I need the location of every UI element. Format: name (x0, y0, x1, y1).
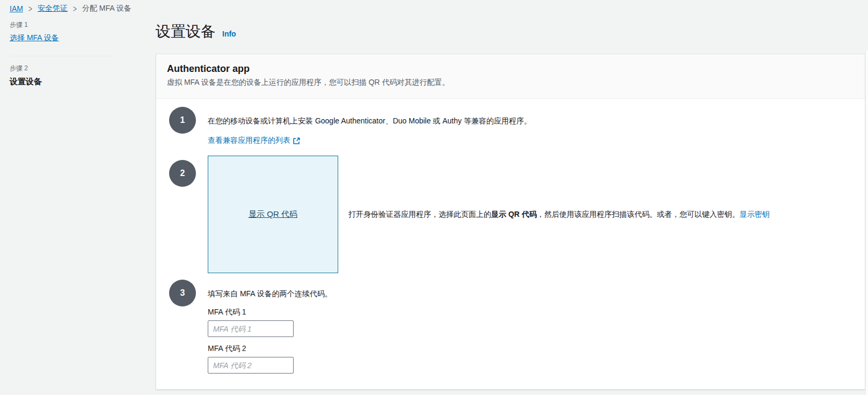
breadcrumb: IAM > 安全凭证 > 分配 MFA 设备 (10, 4, 132, 13)
sidebar-item-choose-mfa-device[interactable]: 选择 MFA 设备 (10, 33, 59, 42)
sidebar-item-setup-device: 设置设备 (10, 77, 114, 87)
step-3-instruction: 填写来自 MFA 设备的两个连续代码。 (208, 289, 332, 299)
compatible-apps-link[interactable]: 查看兼容应用程序的列表 (208, 136, 300, 145)
card-title: Authenticator app (167, 63, 854, 75)
step2-label: 步骤 2 (10, 64, 114, 73)
compatible-apps-link-label: 查看兼容应用程序的列表 (208, 136, 290, 145)
show-qr-code-link[interactable]: 显示 QR 代码 (249, 209, 297, 220)
step-1-badge: 1 (169, 107, 196, 134)
show-secret-key-link[interactable]: 显示密钥 (740, 210, 770, 218)
breadcrumb-separator-icon: > (28, 3, 32, 14)
external-link-icon (293, 137, 300, 144)
breadcrumb-separator-icon: > (73, 3, 77, 14)
mfa-code-2-label: MFA 代码 2 (208, 344, 246, 354)
breadcrumb-current-page: 分配 MFA 设备 (82, 4, 132, 13)
info-link[interactable]: Info (222, 30, 236, 38)
breadcrumb-link-iam[interactable]: IAM (10, 4, 23, 13)
mfa-code-2-input[interactable] (208, 357, 294, 374)
step1-label: 步骤 1 (10, 20, 114, 30)
step-2-text-bold: 显示 QR 代码 (491, 210, 537, 218)
mfa-code-1-label: MFA 代码 1 (208, 308, 246, 317)
step-2-badge: 2 (169, 160, 196, 187)
sidenav-divider (10, 56, 114, 56)
scrollbar-track[interactable] (865, 51, 868, 395)
card-header: Authenticator app 虚拟 MFA 设备是在您的设备上运行的应用程… (156, 54, 865, 99)
step-2-text-before: 打开身份验证器应用程序，选择此页面上的 (348, 210, 491, 218)
wizard-step-nav: 步骤 1 选择 MFA 设备 步骤 2 设置设备 (10, 20, 114, 87)
step-2-instruction: 打开身份验证器应用程序，选择此页面上的显示 QR 代码，然后使用该应用程序扫描该… (348, 210, 778, 220)
authenticator-app-card: Authenticator app 虚拟 MFA 设备是在您的设备上运行的应用程… (156, 54, 865, 390)
step-3-badge: 3 (169, 280, 196, 306)
card-subtitle: 虚拟 MFA 设备是在您的设备上运行的应用程序，您可以扫描 QR 代码对其进行配… (167, 78, 854, 87)
step-2-text-after: ，然后使用该应用程序扫描该代码。或者，您可以键入密钥。 (537, 210, 740, 218)
breadcrumb-link-security-credentials[interactable]: 安全凭证 (38, 4, 68, 13)
step-1-instruction: 在您的移动设备或计算机上安装 Google Authenticator、Duo … (208, 116, 531, 126)
mfa-code-1-input[interactable] (208, 320, 294, 337)
qr-code-placeholder: 显示 QR 代码 (208, 156, 338, 273)
page-title: 设置设备 (156, 21, 216, 42)
page-header: 设置设备 Info (156, 21, 236, 42)
